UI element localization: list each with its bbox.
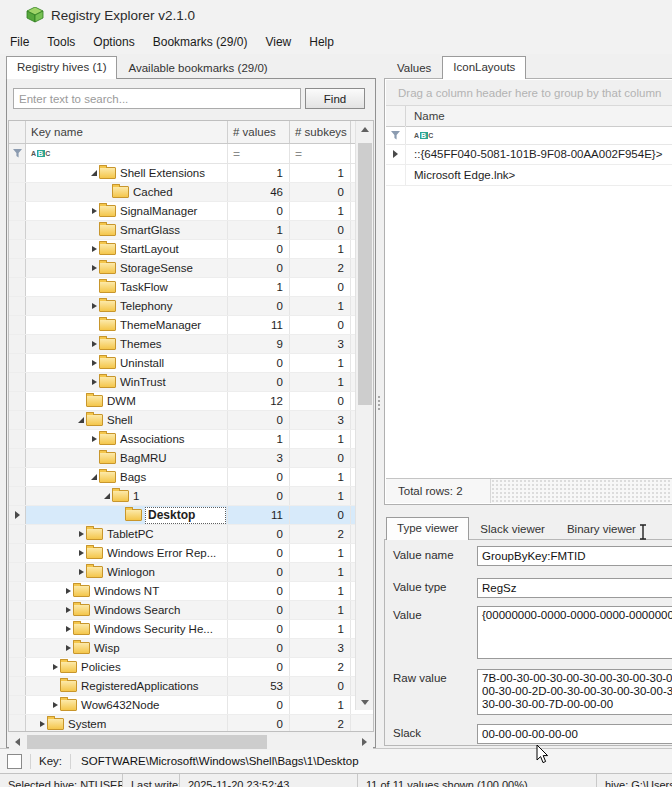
expander-collapsed-icon[interactable] [76,531,86,537]
field-value-box[interactable]: 7B-00-30-00-30-00-30-00-30-00-30-00-30-0… [477,669,672,715]
key-name-cell[interactable]: Uninstall [26,354,228,372]
menu-item-bookmarks[interactable]: Bookmarks (29/0) [151,33,250,51]
key-name-cell[interactable]: WinTrust [26,373,228,391]
values-filter-funnel-icon[interactable] [386,126,406,144]
expander-collapsed-icon[interactable] [89,303,99,309]
tree-row[interactable]: Winlogon01 [9,563,373,582]
tree-row[interactable]: Associations11 [9,430,373,449]
group-by-bar[interactable]: Drag a column header here to group by th… [386,80,672,106]
tree-row[interactable]: Desktop110 [9,506,373,525]
key-name-cell[interactable]: ThemeManager [26,316,228,334]
key-name-cell[interactable]: 1 [26,487,228,505]
expander-collapsed-icon[interactable] [89,360,99,366]
menu-item-view[interactable]: View [263,33,293,51]
tree-row[interactable]: Bags01 [9,468,373,487]
tree-row[interactable]: 101 [9,487,373,506]
horizontal-scrollbar[interactable] [9,734,373,750]
key-name-cell[interactable]: Themes [26,335,228,353]
key-name-cell[interactable]: Windows Search [26,601,228,619]
tree-row[interactable]: Shell Extensions11 [9,164,373,183]
expander-expanded-icon[interactable] [89,170,99,176]
key-name-cell[interactable]: Associations [26,430,228,448]
key-checkbox[interactable] [7,754,22,769]
tree-row[interactable]: Telephony01 [9,297,373,316]
expander-collapsed-icon[interactable] [63,645,73,651]
tab-binary-viewer[interactable]: Binary viewer [556,518,647,540]
expander-collapsed-icon[interactable] [89,265,99,271]
tree-row[interactable]: DWM120 [9,392,373,411]
tree-row[interactable]: Windows Search01 [9,601,373,620]
header-num-values[interactable]: # values [228,121,290,143]
menu-item-help[interactable]: Help [307,33,336,51]
tree-row[interactable]: Wow6432Node01 [9,696,373,715]
key-name-cell[interactable]: StartLayout [26,240,228,258]
expander-collapsed-icon[interactable] [89,341,99,347]
expander-collapsed-icon[interactable] [63,626,73,632]
menu-item-options[interactable]: Options [91,33,136,51]
key-name-cell[interactable]: Shell [26,411,228,429]
tree-row[interactable]: Wisp03 [9,639,373,658]
tab-type-viewer[interactable]: Type viewer [386,517,469,540]
key-name-cell[interactable]: Wisp [26,639,228,657]
values-header-name[interactable]: Name [406,106,672,126]
expander-collapsed-icon[interactable] [50,664,60,670]
value-row[interactable]: ::{645FF040-5081-101B-9F08-00AA002F954E}… [386,144,672,165]
tree-row[interactable]: Shell03 [9,411,373,430]
key-name-cell[interactable]: Bags [26,468,228,486]
scroll-up-button[interactable] [356,121,373,137]
horizontal-scroll-thumb[interactable] [27,735,267,749]
key-name-cell[interactable]: TabletPC [26,525,228,543]
key-name-cell[interactable]: StorageSense [26,259,228,277]
search-input[interactable] [13,88,301,109]
key-name-cell[interactable]: Policies [26,658,228,676]
tree-row[interactable]: TabletPC02 [9,525,373,544]
key-name-cell[interactable]: Desktop [26,506,228,524]
key-name-cell[interactable]: BagMRU [26,449,228,467]
scroll-down-button[interactable] [356,694,373,710]
key-name-cell[interactable]: Cached [26,183,228,201]
tree-row[interactable]: ThemeManager110 [9,316,373,335]
tab-iconlayouts[interactable]: IconLayouts [442,56,526,79]
field-value-box[interactable]: 00-00-00-00-00-00 [477,724,672,744]
filter-funnel-icon[interactable] [9,144,26,163]
tree-row[interactable]: StorageSense02 [9,259,373,278]
tree-row[interactable]: Uninstall01 [9,354,373,373]
tree-row[interactable]: Windows Error Rep...01 [9,544,373,563]
key-name-cell[interactable]: RegisteredApplications [26,677,228,695]
expander-collapsed-icon[interactable] [89,379,99,385]
key-name-cell[interactable]: TaskFlow [26,278,228,296]
vertical-scrollbar[interactable] [355,121,373,710]
key-name-cell[interactable]: SmartGlass [26,221,228,239]
tree-row[interactable]: Policies02 [9,658,373,677]
expander-collapsed-icon[interactable] [89,208,99,214]
expander-collapsed-icon[interactable] [89,246,99,252]
key-name-cell[interactable]: Windows Error Rep... [26,544,228,562]
header-num-subkeys[interactable]: # subkeys [290,121,351,143]
menu-item-tools[interactable]: Tools [45,33,77,51]
expander-expanded-icon[interactable] [102,493,112,499]
key-name-cell[interactable]: Telephony [26,297,228,315]
filter-key-name[interactable]: ABC [26,144,228,163]
field-value-box[interactable]: RegSz [477,578,672,598]
menu-item-file[interactable]: File [8,33,31,51]
key-name-cell[interactable]: Wow6432Node [26,696,228,714]
filter-num-subkeys[interactable]: = [290,144,351,163]
tree-row[interactable]: StartLayout01 [9,240,373,259]
tab-registry-hives-1-[interactable]: Registry hives (1) [6,56,117,79]
field-value-box[interactable]: {00000000-0000-0000-0000-000000000000} [477,606,672,659]
value-row[interactable]: Microsoft Edge.lnk> [386,165,672,186]
field-value-box[interactable]: GroupByKey:FMTID [477,546,672,566]
expander-collapsed-icon[interactable] [76,569,86,575]
tree-row[interactable]: WinTrust01 [9,373,373,392]
key-name-cell[interactable]: Winlogon [26,563,228,581]
tree-row[interactable]: SmartGlass10 [9,221,373,240]
tab-values[interactable]: Values [386,57,442,79]
key-name-cell[interactable]: DWM [26,392,228,410]
expander-collapsed-icon[interactable] [63,607,73,613]
values-filter-name[interactable]: ABC [406,126,672,144]
find-button[interactable]: Find [305,88,365,109]
tree-row[interactable]: Windows NT01 [9,582,373,601]
panel-splitter[interactable] [377,396,381,416]
tree-row[interactable]: SignalManager01 [9,202,373,221]
key-name-cell[interactable]: SignalManager [26,202,228,220]
